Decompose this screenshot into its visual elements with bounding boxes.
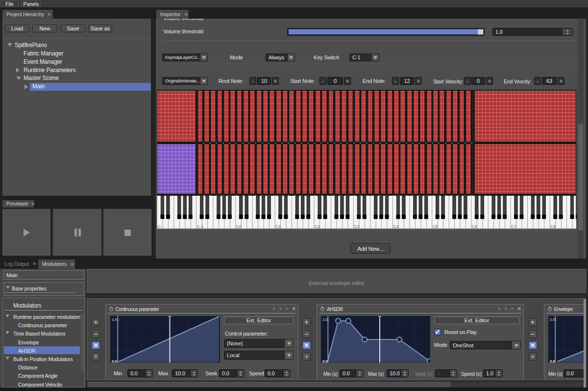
svg-text:C5: C5 bbox=[433, 224, 438, 229]
svg-text:C-: C- bbox=[158, 224, 162, 229]
svg-text:C4: C4 bbox=[393, 224, 399, 229]
svg-text:C7: C7 bbox=[511, 224, 516, 229]
svg-text:C3: C3 bbox=[354, 224, 359, 229]
svg-text:C8: C8 bbox=[550, 224, 556, 229]
svg-text:C1: C1 bbox=[275, 224, 281, 229]
svg-text:C-1: C-1 bbox=[197, 224, 204, 229]
svg-text:C6: C6 bbox=[472, 224, 477, 229]
svg-text:C0: C0 bbox=[236, 224, 242, 229]
svg-text:C2: C2 bbox=[315, 224, 320, 229]
